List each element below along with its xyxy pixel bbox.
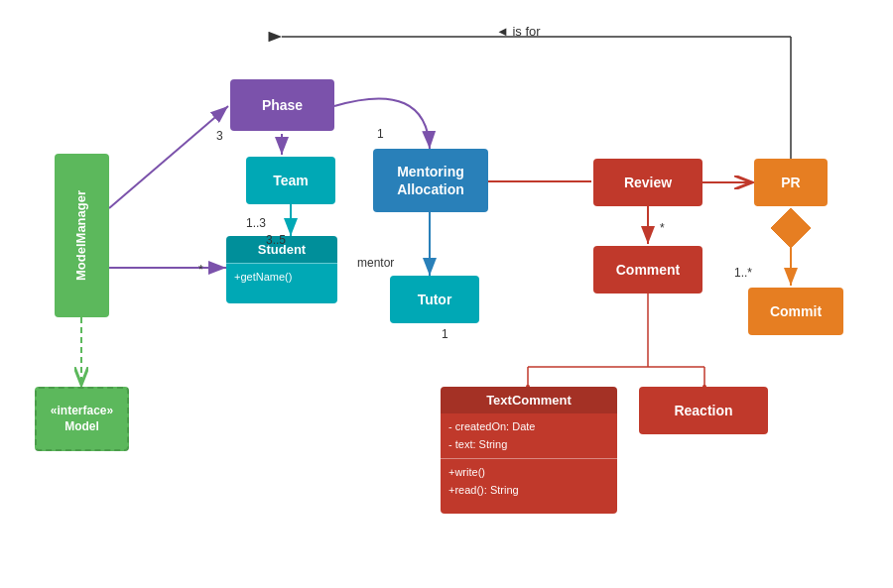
text-comment-box: TextComment - createdOn: Date - text: St… — [441, 387, 617, 514]
team-box: Team — [246, 157, 335, 204]
tutor-label: Tutor — [418, 291, 452, 308]
pr-diamond — [769, 206, 813, 250]
mult-35-label: 3..5 — [266, 233, 286, 247]
mentoring-allocation-box: MentoringAllocation — [373, 149, 488, 212]
mult-1star-label: 1..* — [734, 266, 752, 280]
mult-star-mm-label: * — [198, 263, 203, 277]
comment-label: Comment — [616, 261, 681, 279]
text-comment-methods: +write() +read(): String — [441, 458, 617, 504]
model-label: «interface»Model — [51, 404, 113, 434]
mult-star-review-label: * — [660, 221, 665, 235]
reaction-label: Reaction — [674, 402, 732, 419]
svg-line-8 — [109, 106, 228, 208]
student-method: +getName() — [226, 263, 337, 292]
phase-label: Phase — [262, 96, 303, 114]
tutor-box: Tutor — [390, 276, 479, 323]
mult-3-label: 3 — [216, 129, 223, 143]
model-box: «interface»Model — [35, 387, 129, 451]
review-label: Review — [624, 174, 672, 191]
mult-1-tutor-label: 1 — [442, 327, 448, 341]
svg-marker-22 — [771, 208, 811, 248]
comment-box: Comment — [593, 246, 702, 294]
commit-box: Commit — [748, 288, 843, 335]
reaction-box: Reaction — [639, 387, 768, 434]
is-for-label: ◄ is for — [496, 24, 541, 39]
pr-box: PR — [754, 159, 828, 206]
mult-13-label: 1..3 — [246, 216, 266, 230]
model-manager-box: ModelManager — [55, 154, 109, 317]
review-box: Review — [593, 159, 702, 206]
mentor-label: mentor — [357, 256, 394, 270]
diagram-container: ModelManager «interface»Model Phase Team… — [0, 0, 893, 588]
mentoring-allocation-label: MentoringAllocation — [397, 163, 464, 198]
phase-box: Phase — [230, 79, 334, 131]
text-comment-header: TextComment — [441, 387, 617, 413]
team-label: Team — [273, 172, 309, 189]
text-comment-attrs: - createdOn: Date - text: String — [441, 413, 617, 458]
commit-label: Commit — [770, 302, 822, 320]
model-manager-label: ModelManager — [73, 190, 90, 281]
mult-1-top-label: 1 — [377, 127, 384, 141]
pr-label: PR — [781, 174, 800, 191]
